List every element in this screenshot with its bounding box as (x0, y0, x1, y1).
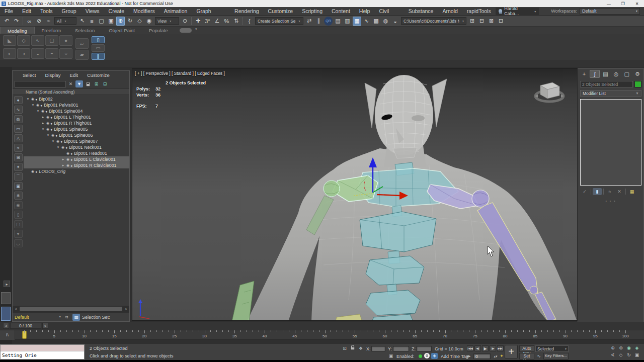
layers-icon[interactable]: ≋ (63, 314, 70, 321)
tab-display[interactable]: ▢ (622, 70, 632, 78)
pm-border-tool[interactable]: ∿ (31, 35, 44, 46)
scroll-left-icon[interactable]: < (13, 307, 19, 311)
tree-node-bip001-spine005[interactable]: ▾◉●Bip001 Spine005 (24, 126, 129, 132)
timeline-ruler[interactable]: 5101520253035404550556065707580859095100 (15, 330, 633, 340)
explorer-column-header[interactable]: Name (Sorted Ascending) (13, 88, 129, 95)
tree-node-bip001-spine006[interactable]: ▾◉●Bip001 Spine006 (24, 132, 129, 138)
key-mode-toggle-icon[interactable]: ∿ (535, 353, 542, 359)
scroll-right-icon[interactable]: > (123, 307, 129, 311)
expand-panel-button[interactable]: ▸ (4, 281, 10, 287)
add-time-tag-label[interactable]: Add Time Tag (441, 354, 468, 359)
manage-layers-icon[interactable]: ⊠ (487, 17, 496, 26)
pm-edge-tool[interactable]: ◇ (17, 35, 30, 46)
maxscript-mini-listener[interactable]: Setting Orie (0, 344, 85, 359)
configure-modifier-sets-icon[interactable]: ▦ (627, 188, 636, 195)
orbit-icon[interactable]: ↻ (625, 352, 633, 359)
maximize-button[interactable]: ❐ (616, 2, 630, 6)
remove-modifier-icon[interactable]: ✕ (615, 188, 624, 195)
visibility-eye-icon[interactable]: ◉ (36, 103, 39, 107)
visibility-eye-icon[interactable]: ◉ (46, 121, 49, 125)
explorer-hscrollbar[interactable]: < > (13, 306, 129, 312)
display-groups-icon[interactable]: ⊞ (14, 153, 23, 161)
redo-icon[interactable]: ↷ (12, 17, 21, 26)
display-helpers-icon[interactable]: △ (14, 134, 23, 142)
visibility-eye-icon[interactable]: ◉ (41, 109, 44, 113)
project-folder-dropdown[interactable]: C:\Users\cit\Documents\3ds Max 2022▾ (401, 17, 466, 25)
pm-paintconnect-tool[interactable]: ▭ (92, 44, 105, 51)
clear-search-icon[interactable]: ✕ (67, 80, 74, 87)
material-editor-icon[interactable]: ◍ (381, 17, 390, 26)
display-space-warps-icon[interactable]: ≈ (14, 144, 23, 152)
key-filters-button[interactable]: Key Filters... (543, 353, 569, 359)
toggle-scene-explorer-icon[interactable]: ▤ (334, 17, 342, 26)
transform-type-in-icon[interactable]: ❖ (357, 345, 364, 352)
menu-create[interactable]: Create (104, 7, 129, 16)
select-and-move-icon[interactable]: ⊕ (116, 17, 125, 26)
tree-node-bip001-l-thigh001[interactable]: ▸◉●Bip001 L Thigh001 (24, 114, 129, 120)
tab-utilities[interactable]: ⚙ (632, 70, 642, 78)
unlink-selection-icon[interactable]: ⊘ (35, 17, 43, 26)
render-setup-icon[interactable]: ◒ (391, 17, 399, 26)
expand-arrow-icon[interactable]: ▾ (36, 109, 40, 113)
pin-stack-icon[interactable]: ✓ (580, 188, 589, 195)
toggle-layer-explorer-icon[interactable]: ▥ (343, 17, 352, 26)
menu-graph-editors[interactable]: Graph Editors (192, 7, 230, 16)
select-and-rotate-icon[interactable]: ↻ (126, 17, 134, 26)
lock-icon[interactable] (84, 80, 92, 87)
manage-containers-icon[interactable]: ⊡ (497, 17, 505, 26)
tab-create[interactable]: + (579, 70, 589, 78)
filter-icon[interactable]: ▼ (75, 80, 83, 87)
collapse-all-icon[interactable]: ⊟ (101, 80, 109, 87)
close-button[interactable]: ✕ (630, 2, 644, 6)
expand-arrow-icon[interactable]: ▸ (41, 121, 45, 125)
explorer-menu-edit[interactable]: Edit (66, 72, 82, 78)
range-left-icon[interactable]: < (3, 323, 9, 329)
isolate-selection-icon[interactable]: ⊡ (341, 345, 348, 352)
menu-tools[interactable]: Tools (36, 7, 57, 16)
active-layer-dropdown[interactable]: Default ▾ (15, 315, 61, 320)
zoom-extents-icon[interactable]: ◉ (625, 345, 633, 352)
schematic-view-icon[interactable]: ▩ (372, 17, 380, 26)
bind-to-space-warp-icon[interactable]: ≈ (44, 17, 53, 26)
display-frozen-icon[interactable]: ❄ (14, 192, 23, 200)
ribbon-tab-populate[interactable]: Populate (142, 27, 175, 34)
trackbar-mode-icon[interactable]: I\ (0, 330, 15, 340)
minimized-window[interactable] (1, 292, 11, 304)
display-externals-icon[interactable]: ✦ (14, 163, 23, 171)
menu-rapidtools[interactable]: rapidTools (462, 7, 496, 16)
menu-content[interactable]: Content (327, 7, 355, 16)
add-time-tag-icon[interactable]: ◈ (431, 353, 438, 359)
select-by-name-icon[interactable]: ≡ (88, 17, 96, 26)
set-key-key-icon[interactable]: ✦ (498, 353, 505, 359)
maximize-viewport-icon[interactable]: ▣ (633, 352, 641, 359)
range-right-icon[interactable]: > (42, 323, 48, 329)
use-pivot-point-center-icon[interactable]: ⊙ (181, 17, 189, 26)
display-b-icon[interactable]: ▯ (14, 211, 23, 219)
visibility-eye-icon[interactable]: ◉ (46, 127, 49, 131)
scrollbar-thumb[interactable] (20, 307, 122, 311)
hierarchy-view-icon[interactable]: ▦ (72, 314, 80, 321)
pm-polygon-tool[interactable]: ▢ (45, 35, 58, 46)
time-configuration-button[interactable]: + (505, 345, 518, 358)
minimize-button[interactable]: — (602, 2, 616, 6)
ribbon-overflow-icon[interactable] (180, 28, 192, 33)
curve-editor-icon[interactable]: ∿ (362, 17, 371, 26)
pm-element-tool[interactable]: ● (59, 35, 72, 46)
expand-arrow-icon[interactable]: ▾ (26, 97, 30, 101)
time-tag-icon[interactable]: ▣ (387, 353, 394, 359)
viewport[interactable]: [ + ] [ Perspective ] [ Standard ] [ Edg… (132, 68, 578, 321)
make-unique-icon[interactable]: ≈ (605, 188, 614, 195)
visibility-eye-icon[interactable]: ◉ (61, 145, 64, 149)
zoom-icon[interactable]: ⊕ (609, 345, 617, 352)
menu-group[interactable]: Group (57, 7, 81, 16)
menu-animation[interactable]: Animation (159, 7, 192, 16)
visibility-eye-icon[interactable]: ◉ (31, 169, 34, 173)
x-coordinate-field[interactable] (371, 346, 385, 351)
show-end-result-icon[interactable]: ▮ (593, 188, 602, 195)
explorer-menu-select[interactable]: Select (19, 72, 40, 78)
tree-node-bip001-neck001[interactable]: ▾◉●Bip001 Neck001 (24, 144, 129, 150)
tree-node-logos-orig[interactable]: ◉●LOGOS_Orig (24, 168, 129, 174)
select-object-icon[interactable]: ↖ (78, 17, 87, 26)
menu-civil-view[interactable]: Civil View (374, 7, 404, 16)
display-cameras-icon[interactable]: ▭ (14, 125, 23, 133)
